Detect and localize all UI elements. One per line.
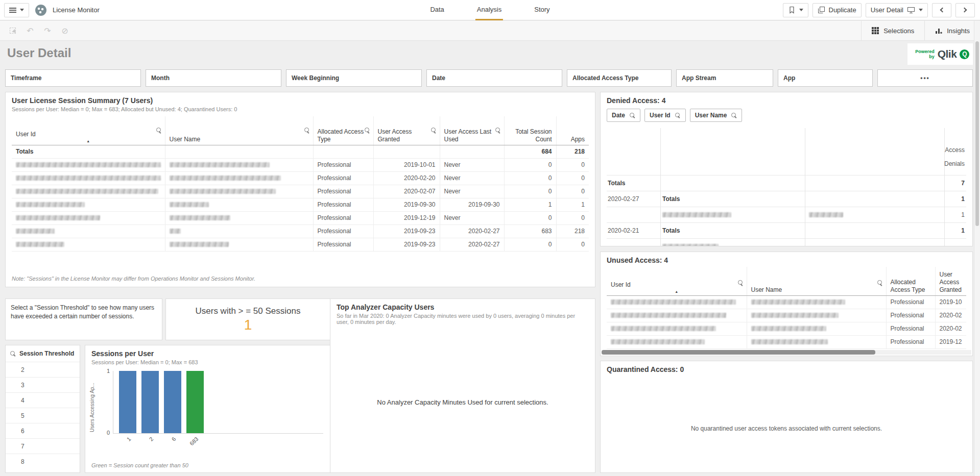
cell-user-id[interactable] [607,309,747,322]
cell-access-type[interactable]: Professional [313,158,373,171]
filter-week-beginning[interactable]: Week Beginning [286,69,422,87]
cell-last-used[interactable]: 2020-02-27 [440,238,504,251]
table-row[interactable]: Professional2019-12 [607,335,966,348]
list-item[interactable]: 4 [6,392,80,408]
column-header-allocated-access-type[interactable]: Allocated Access Type [886,267,935,295]
filter-date[interactable]: Date [426,69,562,87]
cell-user-id[interactable] [607,322,747,335]
list-item[interactable]: 3 [6,377,80,392]
table-row[interactable]: Professional2020-02-20Never00 [12,171,589,185]
search-icon[interactable] [304,128,310,133]
column-header-user-access-granted[interactable]: User Access Granted [373,116,440,145]
cell-granted[interactable]: 2020-02-20 [373,171,440,185]
next-sheet-button[interactable] [955,3,975,17]
page-scrollbar[interactable] [974,21,980,476]
selections-button[interactable]: Selections [861,21,924,40]
cell-session-count[interactable]: 0 [504,238,556,251]
cell-last-used[interactable]: 2019-09-30 [440,198,504,211]
column-header-user-id[interactable]: User Id▲ [12,116,165,145]
cell-date[interactable]: 2020-02-27 [607,195,660,203]
cell-granted[interactable]: 2020-02 [935,322,966,335]
cell-date[interactable]: 2020-02-21 [607,227,660,234]
cell-user-id[interactable] [660,244,805,246]
duplicate-button[interactable]: Duplicate [812,3,862,17]
tab-story[interactable]: Story [533,0,551,20]
search-icon[interactable] [365,128,370,133]
cell-granted[interactable]: 2019-09-23 [373,224,440,238]
tab-analysis[interactable]: Analysis [475,0,503,20]
cell-user-name[interactable] [747,335,886,348]
cell-access-type[interactable]: Professional [886,309,935,322]
cell-user-name[interactable] [165,171,313,185]
cell-user-id[interactable] [607,335,747,348]
cell-access-type[interactable]: Professional [886,322,935,335]
list-item[interactable]: 2 [6,362,80,377]
bar[interactable] [164,371,181,433]
column-header-user-access-last-used[interactable]: User Access Last Used [440,116,504,145]
cell-user-name[interactable] [805,212,944,217]
filter-timeframe[interactable]: Timeframe [5,69,141,87]
search-icon[interactable] [731,113,737,118]
global-menu-button[interactable] [4,3,29,17]
step-forward-icon[interactable]: ↷ [39,21,56,40]
cell-apps[interactable]: 0 [556,171,589,185]
column-header-user-name[interactable]: User Name [165,116,313,145]
clear-selections-icon[interactable]: ⊘ [56,21,74,40]
cell-user-id[interactable] [12,211,165,224]
cell-apps[interactable]: 218 [556,224,589,238]
filter-month[interactable]: Month [146,69,281,87]
cell-granted[interactable]: 2019-12-19 [373,211,440,224]
table-row[interactable]: Professional2019-09-232020-02-27683218 [12,224,589,238]
table-row[interactable]: Professional2020-02 [607,309,966,322]
cell-session-count[interactable]: 0 [504,158,556,171]
cell-date[interactable]: Totals [607,180,660,187]
cell-user-id[interactable] [660,212,805,217]
cell-user-id[interactable] [607,295,747,309]
scrollbar-thumb[interactable] [602,350,875,355]
sheet-selector-button[interactable]: User Detail [866,3,928,17]
column-header-total-session-count[interactable]: Total Session Count [504,116,556,145]
cell-granted[interactable]: 2020-02 [935,309,966,322]
cell-user-id[interactable] [12,158,165,171]
bar[interactable] [186,371,204,433]
horizontal-scrollbar[interactable] [602,350,971,355]
list-item[interactable]: 7 [6,438,80,454]
column-header-allocated-access-type[interactable]: Allocated Access Type [313,116,373,145]
cell-access-type[interactable]: Professional [313,238,373,251]
list-item[interactable]: 8 [6,454,80,469]
cell-user-name[interactable] [165,238,313,251]
bookmarks-button[interactable] [783,3,808,17]
pivot-dim-button-user-name[interactable]: User Name [690,109,743,122]
list-item[interactable]: 5 [6,408,80,423]
cell-apps[interactable]: 0 [556,211,589,224]
table-row[interactable]: Professional2019-09-232020-02-2700 [12,238,589,251]
previous-sheet-button[interactable] [932,3,951,17]
cell-user-name[interactable] [747,322,886,335]
list-item[interactable]: 6 [6,423,80,438]
scrollbar-thumb[interactable] [975,41,979,226]
cell-apps[interactable]: 0 [556,238,589,251]
cell-access-type[interactable]: Professional [886,295,935,309]
pivot-dim-button-user-id[interactable]: User Id [644,109,686,122]
cell-session-count[interactable]: 0 [504,185,556,198]
cell-last-used[interactable]: Never [440,185,504,198]
cell-user-name[interactable] [747,295,886,309]
filter-app-stream[interactable]: App Stream [676,69,773,87]
cell-granted[interactable]: 2019-09-23 [373,238,440,251]
cell-granted[interactable]: 2019-09-30 [373,198,440,211]
cell-user-id[interactable] [12,238,165,251]
search-icon[interactable] [630,113,635,118]
cell-session-count[interactable]: 0 [504,211,556,224]
cell-last-used[interactable]: Never [440,211,504,224]
cell-apps[interactable]: 1 [556,198,589,211]
cell-last-used[interactable]: Never [440,171,504,185]
search-icon[interactable] [877,280,883,286]
table-row[interactable]: Professional2019-10 [607,295,966,309]
cell-user-id[interactable] [12,198,165,211]
cell-granted[interactable]: 2019-12 [935,335,966,348]
cell-user-id[interactable] [12,171,165,185]
cell-granted[interactable]: 2019-10 [935,295,966,309]
cell-user-name[interactable] [165,158,313,171]
cell-access-type[interactable]: Professional [886,335,935,348]
cell-session-count[interactable]: 1 [504,198,556,211]
